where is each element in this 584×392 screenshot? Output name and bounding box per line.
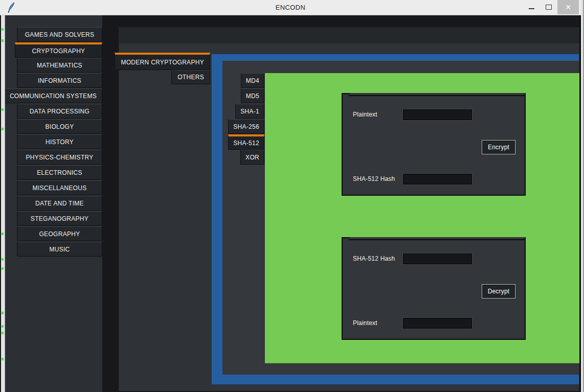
tab-physics-chemistry[interactable]: PHYSICS-CHEMISTRY	[17, 150, 102, 165]
maximize-button[interactable]	[540, 0, 557, 14]
tab-communication-systems[interactable]: COMMUNICATION SYSTEMS	[4, 88, 102, 103]
cryptography-tabs: MODERN CRYPTOGRAPHYOTHERS	[115, 53, 210, 85]
panel-border-stub	[342, 93, 350, 94]
tab-modern-cryptography[interactable]: MODERN CRYPTOGRAPHY	[115, 53, 210, 70]
close-icon: ✕	[565, 3, 571, 11]
tab-steganography[interactable]: STEGANOGRAPHY	[17, 211, 102, 226]
maximize-icon	[546, 5, 552, 10]
plaintext-label: Plaintext	[353, 111, 377, 118]
tab-sha-1[interactable]: SHA-1	[235, 104, 264, 119]
window-title: ENCODN	[0, 4, 581, 11]
encrypt-panel: Plaintext Encrypt SHA-512 Hash	[342, 93, 526, 196]
plaintext-input[interactable]	[403, 109, 472, 120]
close-button[interactable]: ✕	[557, 0, 579, 14]
titlebar: ENCODN ✕	[0, 0, 581, 15]
sha512-hash-label: SHA-512 Hash	[353, 255, 395, 262]
panel-border-line	[349, 239, 526, 240]
tab-mathematics[interactable]: MATHEMATICS	[17, 58, 102, 73]
panel-border-line	[349, 95, 526, 96]
tab-xor[interactable]: XOR	[240, 150, 264, 165]
tab-history[interactable]: HISTORY	[17, 134, 102, 149]
tab-biology[interactable]: BIOLOGY	[17, 119, 102, 134]
desktop-speck	[2, 258, 4, 261]
encrypt-button[interactable]: Encrypt	[482, 141, 515, 154]
tab-geography[interactable]: GEOGRAPHY	[17, 226, 102, 241]
desktop-speck	[2, 128, 4, 130]
desktop-speck	[2, 28, 4, 31]
sha512-hash-output[interactable]	[403, 174, 472, 185]
tab-others[interactable]: OTHERS	[171, 70, 210, 84]
desktop-speck	[2, 233, 4, 235]
tab-sha-512[interactable]: SHA-512	[228, 134, 264, 150]
tab-games-and-solvers[interactable]: GAMES AND SOLVERS	[17, 27, 102, 42]
tab-sha-256[interactable]: SHA-256	[228, 119, 264, 134]
tab-data-processing[interactable]: DATA PROCESSING	[17, 104, 102, 119]
tab-date-and-time[interactable]: DATE AND TIME	[17, 196, 102, 211]
minimize-icon	[529, 8, 534, 9]
tab-electronics[interactable]: ELECTRONICS	[17, 165, 102, 180]
desktop-speck	[2, 358, 4, 360]
desktop-speck	[2, 312, 4, 314]
screen: GAMES AND SOLVERSCRYPTOGRAPHYMATHEMATICS…	[0, 0, 584, 392]
minimize-button[interactable]	[523, 0, 540, 14]
desktop-speck	[2, 267, 4, 270]
tab-miscellaneous[interactable]: MISCELLANEOUS	[17, 180, 102, 195]
tab-md5[interactable]: MD5	[241, 88, 264, 103]
hash-algorithm-tabs: MD4MD5SHA-1SHA-256SHA-512XOR	[228, 73, 264, 165]
sha512-hash-input[interactable]	[403, 253, 472, 264]
decrypt-panel: SHA-512 Hash Decrypt Plaintext	[342, 237, 526, 340]
sha512-hash-label: SHA-512 Hash	[353, 175, 395, 182]
desktop-speck	[2, 332, 4, 334]
window-controls: ✕	[523, 0, 579, 14]
plaintext-output[interactable]	[403, 318, 472, 329]
tab-music[interactable]: MUSIC	[17, 242, 102, 257]
sidebar-tabs: GAMES AND SOLVERSCRYPTOGRAPHYMATHEMATICS…	[4, 27, 102, 257]
tab-cryptography[interactable]: CRYPTOGRAPHY	[15, 42, 102, 58]
tab-informatics[interactable]: INFORMATICS	[17, 73, 102, 88]
desktop-speck	[2, 325, 4, 328]
plaintext-label: Plaintext	[353, 319, 377, 327]
desktop-speck	[2, 108, 4, 111]
decrypt-button[interactable]: Decrypt	[482, 285, 515, 298]
desktop-edge-left	[0, 15, 5, 392]
panel-border-stub	[342, 237, 350, 238]
desktop-edge-right	[581, 0, 584, 392]
tab-md4[interactable]: MD4	[241, 73, 264, 88]
desktop-speck	[2, 39, 4, 42]
